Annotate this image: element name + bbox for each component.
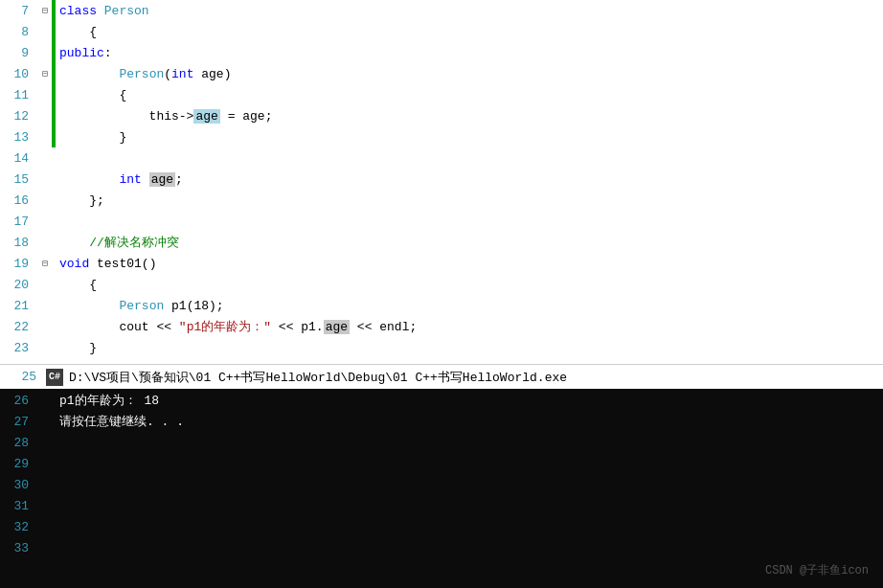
code-content: { [56,278,883,292]
terminal-area: 26p1的年龄为： 1827请按任意键继续. . .282930313233 [0,389,883,588]
code-content: { [56,88,883,102]
code-content: { [56,25,883,39]
code-content: }; [56,193,883,208]
code-line: 16 }; [0,190,883,211]
terminal-empty-line: 29 [0,454,883,475]
code-line: 22 cout << "p1的年龄为：" << p1.age << endl; [0,316,883,337]
line-number: 20 [0,278,38,292]
line-number-25: 25 [8,370,46,384]
line-number: 19 [0,257,38,271]
code-content: Person p1(18); [56,299,883,313]
code-line: 8 { [0,21,883,42]
fold-gutter[interactable]: ⊟ [38,258,52,269]
code-content: //解决名称冲突 [56,234,883,251]
line-number: 9 [0,46,38,60]
terminal-empty-line: 33 [0,538,883,559]
watermark: CSDN @子非鱼icon [765,562,869,578]
terminal-empty-line: 32 [0,517,883,538]
code-content: void test01() [56,257,883,271]
code-line: 18 //解决名称冲突 [0,232,883,253]
code-line: 14 [0,147,883,169]
code-line: 15 int age; [0,169,883,190]
terminal-line: 27请按任意键继续. . . [0,412,883,433]
code-content: class Person [56,4,883,18]
line-number: 15 [0,172,38,187]
code-line: 13 } [0,126,883,147]
terminal-empty-line: 30 [0,475,883,496]
line-number: 17 [0,215,38,229]
line-number: 21 [0,299,38,313]
code-content: public: [56,46,883,60]
code-content: Person(int age) [56,67,883,81]
line-border [52,147,56,169]
line-number: 11 [0,88,38,102]
code-content: } [56,341,883,355]
code-content: this->age = age; [56,109,883,124]
terminal-icon: C# [46,369,63,386]
terminal-empty-line: 31 [0,496,883,517]
code-content: } [56,130,883,145]
code-line: 20 { [0,274,883,295]
code-line: 12 this->age = age; [0,105,883,126]
fold-gutter[interactable]: ⊟ [38,5,52,16]
code-content: cout << "p1的年龄为：" << p1.age << endl; [56,318,883,335]
code-line: 9public: [0,42,883,63]
line-number: 16 [0,193,38,208]
code-content: int age; [56,172,883,187]
code-line: 19⊟void test01() [0,253,883,274]
line-number: 8 [0,25,38,39]
code-area: 7⊟class Person8 {9public:10⊟ Person(int … [0,0,883,364]
terminal-icon-label: C# [49,372,60,382]
line-border [52,211,56,232]
code-lines: 7⊟class Person8 {9public:10⊟ Person(int … [0,0,883,364]
terminal-empty-line: 28 [0,433,883,454]
terminal-header: 25 C# D:\VS项目\预备知识\01 C++书写HelloWorld\De… [0,364,883,389]
fold-gutter[interactable]: ⊟ [38,68,52,79]
line-number: 23 [0,341,38,355]
code-line: 21 Person p1(18); [0,295,883,316]
line-number: 14 [0,151,38,166]
code-line: 10⊟ Person(int age) [0,63,883,84]
line-number: 12 [0,109,38,124]
line-number: 10 [0,67,38,81]
code-line: 17 [0,211,883,232]
code-line: 11 { [0,84,883,105]
editor-container: 7⊟class Person8 {9public:10⊟ Person(int … [0,0,883,588]
line-number: 18 [0,236,38,250]
line-number: 7 [0,4,38,18]
code-line: 23 } [0,337,883,358]
line-number: 13 [0,130,38,145]
code-line: 7⊟class Person [0,0,883,21]
terminal-line: 26p1的年龄为： 18 [0,391,883,412]
terminal-path: D:\VS项目\预备知识\01 C++书写HelloWorld\Debug\01… [69,369,567,386]
line-number: 22 [0,320,38,334]
